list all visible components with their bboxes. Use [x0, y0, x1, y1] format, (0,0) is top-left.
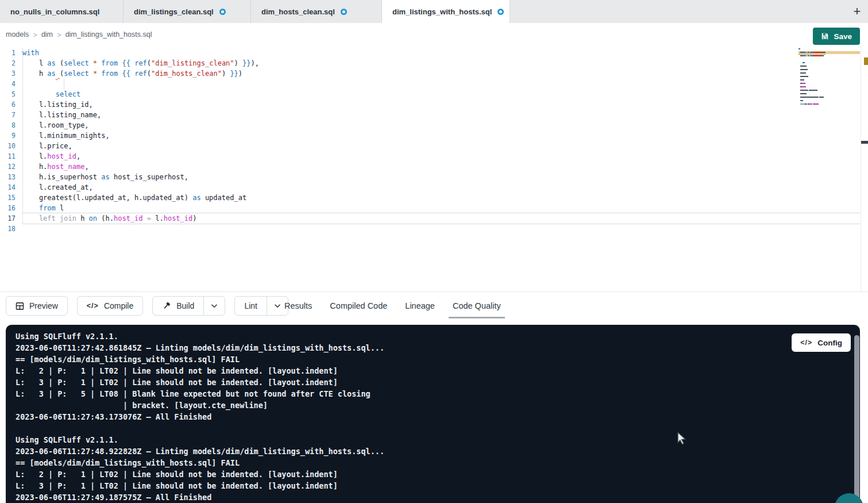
code-text: select — [22, 89, 860, 99]
compile-button[interactable]: </>Compile — [77, 296, 143, 316]
code-line[interactable]: 12 h.host_name, — [0, 162, 868, 172]
panel-tab-code-quality[interactable]: Code Quality — [453, 292, 501, 320]
panel-tab-results[interactable]: Results — [284, 292, 312, 320]
code-line[interactable]: 5 select — [0, 89, 868, 99]
action-toolbar: Preview</>CompileBuildLint ResultsCompil… — [0, 291, 868, 320]
code-line[interactable]: 2 l as (select * from {{ ref("dim_listin… — [0, 58, 868, 68]
build-button-label: Build — [176, 301, 194, 310]
code-line[interactable]: 16 from l — [0, 203, 868, 213]
line-number: 5 — [0, 89, 22, 99]
terminal-output[interactable]: Using SQLFluff v2.1.1.2023-06-06T11:27:4… — [6, 325, 860, 503]
code-icon: </> — [800, 339, 812, 347]
breadcrumb-segment[interactable]: dim — [41, 30, 53, 39]
code-line[interactable]: 7 l.listing_name, — [0, 110, 868, 120]
line-number: 2 — [0, 58, 22, 68]
code-line[interactable]: 10 l.price, — [0, 141, 868, 151]
terminal-line: L: 2 | P: 1 | LT02 | Line should not be … — [16, 469, 843, 480]
code-line[interactable]: 18 — [0, 224, 868, 234]
table-icon — [16, 302, 24, 310]
preview-button-label: Preview — [29, 301, 58, 310]
file-tab[interactable]: dim_listings_clean.sql — [124, 0, 251, 23]
terminal-line: 2023-06-06T11:27:42.861845Z — Linting mo… — [16, 342, 843, 354]
lint-button-main[interactable]: Lint — [235, 297, 267, 315]
code-editor[interactable]: 1with2 l as (select * from {{ ref("dim_l… — [0, 46, 868, 291]
terminal-line — [16, 423, 843, 434]
breadcrumb-separator-icon: > — [57, 30, 61, 39]
code-lines: 1with2 l as (select * from {{ ref("dim_l… — [0, 48, 868, 234]
lint-button-label: Lint — [244, 301, 257, 310]
file-header: models>dim>dim_listings_with_hosts.sql S… — [0, 23, 868, 46]
scroll-track-border — [861, 46, 861, 291]
code-text: l.minimum_nights, — [22, 130, 860, 141]
file-tab-label: dim_hosts_clean.sql — [261, 7, 335, 16]
file-tab-label: dim_listings_clean.sql — [134, 7, 214, 16]
line-number: 15 — [0, 193, 22, 203]
save-button[interactable]: Save — [813, 28, 860, 45]
new-tab-button[interactable]: + — [850, 4, 865, 19]
build-button-main[interactable]: Build — [153, 297, 203, 315]
preview-button[interactable]: Preview — [6, 296, 68, 316]
build-dropdown-button[interactable] — [204, 297, 225, 315]
code-line[interactable]: 14 l.created_at, — [0, 182, 868, 193]
lint-button[interactable]: Lint — [234, 296, 288, 316]
indent-guide — [64, 79, 64, 89]
chevron-down-icon — [210, 302, 218, 310]
file-tab[interactable]: dim_listings_with_hosts.sql — [382, 0, 510, 23]
code-text: l.host_id, — [22, 151, 860, 162]
compile-button-main[interactable]: </>Compile — [78, 297, 142, 315]
terminal-line: L: 3 | P: 5 | LT08 | Blank line expected… — [16, 388, 843, 400]
code-text: left join h on (h.host_id = l.host_id) — [22, 213, 860, 224]
code-line[interactable]: 11 l.host_id, — [0, 151, 868, 162]
terminal-lines: Using SQLFluff v2.1.1.2023-06-06T11:27:4… — [16, 331, 843, 503]
code-line[interactable]: 17 left join h on (h.host_id = l.host_id… — [0, 213, 868, 224]
save-icon — [821, 32, 829, 40]
code-line[interactable]: 1with — [0, 48, 868, 58]
hammer-icon — [162, 301, 171, 310]
line-number: 3 — [0, 68, 22, 79]
toolbar-buttons: Preview</>CompileBuildLint — [6, 296, 288, 316]
terminal-line: Using SQLFluff v2.1.1. — [16, 331, 843, 342]
line-number: 12 — [0, 162, 22, 172]
code-text: h as (select * from {{ ref("dim_hosts_cl… — [22, 68, 860, 79]
chevron-down-icon — [273, 302, 281, 310]
build-button[interactable]: Build — [152, 296, 225, 316]
file-tab[interactable]: dim_hosts_clean.sql — [251, 0, 382, 23]
minimap[interactable] — [798, 48, 825, 110]
breadcrumb-segment[interactable]: dim_listings_with_hosts.sql — [65, 30, 152, 39]
code-text: from l — [22, 203, 860, 213]
line-number: 16 — [0, 203, 22, 213]
overview-ruler-cursor-mark — [861, 141, 868, 144]
terminal-line: L: 2 | P: 1 | LT02 | Line should not be … — [16, 365, 843, 377]
line-number: 11 — [0, 151, 22, 162]
line-number: 18 — [0, 224, 22, 234]
code-line[interactable]: 13 h.is_superhost as host_is_superhost, — [0, 172, 868, 182]
unsaved-changes-dot-icon — [497, 9, 504, 15]
terminal-line: 2023-06-06T11:27:49.187575Z — All Finish… — [16, 492, 843, 503]
terminal-line: == [models/dim/dim_listings_with_hosts.s… — [16, 457, 843, 469]
editor-tab-bar: no_nulls_in_columns.sqldim_listings_clea… — [0, 0, 868, 23]
code-line[interactable]: 9 l.minimum_nights, — [0, 130, 868, 141]
breadcrumb-separator-icon: > — [33, 30, 37, 39]
unsaved-changes-dot-icon — [219, 9, 226, 15]
code-text: l.created_at, — [22, 182, 860, 193]
preview-button-main[interactable]: Preview — [6, 297, 67, 315]
compile-button-label: Compile — [104, 301, 133, 310]
lint-config-button[interactable]: </> Config — [792, 333, 851, 352]
code-line[interactable]: 8 l.room_type, — [0, 120, 868, 130]
code-text: h.host_name, — [22, 162, 860, 172]
code-line[interactable]: 15 greatest(l.updated_at, h.updated_at) … — [0, 193, 868, 203]
line-number: 14 — [0, 182, 22, 193]
file-tab-label: dim_listings_with_hosts.sql — [392, 7, 492, 16]
code-text: l.listing_id, — [22, 99, 860, 110]
code-line[interactable]: 4 — [0, 79, 868, 89]
code-line[interactable]: 6 l.listing_id, — [0, 99, 868, 110]
panel-tab-compiled-code[interactable]: Compiled Code — [330, 292, 387, 320]
file-tab-label: no_nulls_in_columns.sql — [10, 7, 99, 16]
panel-tab-lineage[interactable]: Lineage — [405, 292, 435, 320]
file-tab[interactable]: no_nulls_in_columns.sql — [0, 0, 124, 23]
code-text: l.listing_name, — [22, 110, 860, 120]
breadcrumb-segment[interactable]: models — [6, 30, 29, 39]
code-line[interactable]: 3 h as (select * from {{ ref("dim_hosts_… — [0, 68, 868, 79]
terminal-scrollbar[interactable] — [854, 335, 859, 503]
line-number: 13 — [0, 172, 22, 182]
